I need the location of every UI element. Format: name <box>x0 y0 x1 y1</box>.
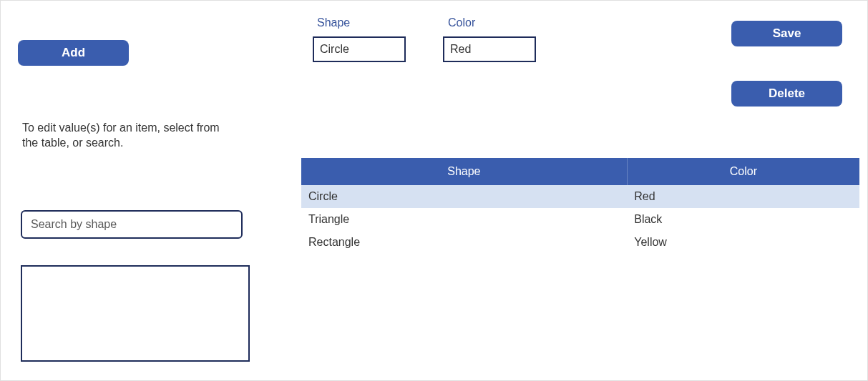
table-row[interactable]: TriangleBlack <box>301 208 859 231</box>
table-row[interactable]: RectangleYellow <box>301 231 859 254</box>
delete-button[interactable]: Delete <box>731 81 842 107</box>
table-cell-color: Black <box>627 208 859 231</box>
table-row[interactable]: CircleRed <box>301 185 859 208</box>
add-button[interactable]: Add <box>18 40 129 66</box>
color-field-label: Color <box>448 16 475 29</box>
table-cell-shape: Circle <box>301 185 627 208</box>
shape-field-label: Shape <box>317 16 350 29</box>
table-header-color[interactable]: Color <box>627 158 859 185</box>
color-input[interactable] <box>443 36 536 62</box>
items-table: Shape Color CircleRedTriangleBlackRectan… <box>301 158 859 254</box>
help-text: To edit value(s) for an item, select fro… <box>22 121 237 151</box>
search-results-listbox[interactable] <box>21 265 250 362</box>
save-button[interactable]: Save <box>731 21 842 46</box>
table-header-shape[interactable]: Shape <box>301 158 627 185</box>
table-cell-shape: Triangle <box>301 208 627 231</box>
shape-input[interactable] <box>313 36 406 62</box>
table-cell-shape: Rectangle <box>301 231 627 254</box>
table-cell-color: Yellow <box>627 231 859 254</box>
search-input[interactable] <box>21 210 243 239</box>
table-cell-color: Red <box>627 185 859 208</box>
